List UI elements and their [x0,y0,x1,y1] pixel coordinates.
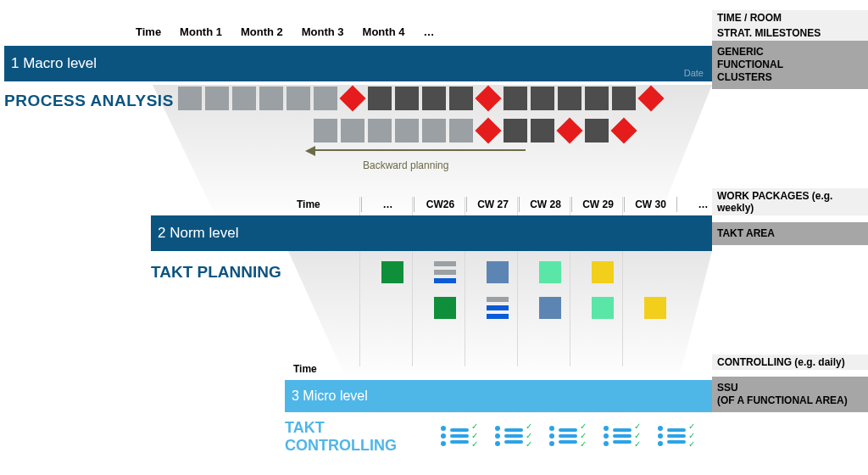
macro-time-cell: Month 4 [363,25,405,38]
macro-level-bar: 1 Macro level Date [4,46,712,81]
takt-cell [592,261,614,283]
controlling-item: ✓✓✓ [604,422,641,450]
process-block [232,87,256,110]
process-block [314,119,337,142]
backward-arrow [314,149,526,151]
takt-empty [381,297,403,319]
process-block [449,119,473,142]
check-icon: ✓✓✓ [471,422,478,450]
macro-date-label: Date [684,68,704,78]
norm-level-bar: 2 Norm level [151,215,712,251]
macro-time-header: TimeMonth 1Month 2Month 3Month 4… [136,25,434,38]
macro-time-cell: Time [136,25,161,38]
norm-time-header: Time…CW26CW 27CW 28CW 29CW 30… [293,197,729,212]
norm-level-title: 2 Norm level [158,225,238,242]
process-block [422,119,446,142]
check-icon: ✓✓✓ [526,422,532,450]
process-block [422,87,446,110]
sidebar-group-1: TIME / ROOM STRAT. MILESTONES GENERICFUN… [712,10,868,89]
process-block [178,87,202,110]
takt-controlling-row: ✓✓✓✓✓✓✓✓✓✓✓✓✓✓✓ [441,422,695,450]
takt-cell [592,297,614,319]
milestone-diamond-icon [476,87,500,110]
sidebar-block-takt-area: TAKT AREA [712,222,868,245]
process-analysis-label: PROCESS ANALYSIS [4,92,174,110]
controlling-item: ✓✓✓ [495,422,532,450]
process-block [585,119,609,142]
sidebar-block-clusters: GENERICFUNCTIONALCLUSTERS [712,41,868,89]
check-icon: ✓✓✓ [580,422,587,450]
process-block [531,119,554,142]
process-block [612,87,636,110]
process-block [395,87,419,110]
process-block [368,87,392,110]
norm-time-cell: CW 30 [624,197,676,212]
process-block [585,87,609,110]
norm-time-cell: Time [293,197,361,212]
process-block [504,87,527,110]
sidebar-group-3: CONTROLLING (e.g. daily) SSU(OF A FUNCTI… [712,355,868,412]
takt-cell [644,297,666,319]
process-block [531,87,554,110]
norm-time-cell: CW 28 [519,197,571,212]
sidebar-block-ssu: SSU(OF A FUNCTIONAL AREA) [712,377,868,412]
norm-time-cell: … [361,197,414,212]
controlling-item: ✓✓✓ [658,422,695,450]
norm-time-cell: CW 27 [466,197,519,212]
macro-time-cell: … [423,25,434,38]
process-block [368,119,392,142]
takt-cell [487,261,509,283]
milestone-diamond-icon [558,119,581,142]
takt-planning-label: TAKT PLANNING [151,263,281,282]
takt-bars-cell [434,261,456,283]
sidebar-head-controlling: CONTROLLING (e.g. daily) [712,355,868,370]
takt-row-1 [381,261,614,283]
process-row-a [178,87,663,110]
process-block [395,119,419,142]
macro-level-title: 1 Macro level [11,55,97,72]
process-block [449,87,473,110]
sidebar-head-workpkg: WORK PACKAGES (e.g. weekly) [712,188,868,215]
norm-time-cell: CW26 [414,197,466,212]
process-block [504,119,527,142]
process-block [558,87,581,110]
micro-time-label: Time [293,363,317,375]
process-block [314,87,337,110]
milestone-diamond-icon [639,87,663,110]
micro-level-title: 3 Micro level [292,388,368,404]
backward-label: Backward planning [363,159,448,171]
takt-cell [381,261,403,283]
process-block [205,87,229,110]
controlling-item: ✓✓✓ [549,422,587,450]
micro-level-bar: 3 Micro level [285,380,712,412]
takt-cell [539,297,561,319]
controlling-item: ✓✓✓ [441,422,478,450]
macro-time-cell: Month 3 [302,25,344,38]
process-block [341,119,364,142]
process-block [287,87,310,110]
process-row-b [314,119,636,142]
takt-cell [539,261,561,283]
takt-row-2 [381,297,666,319]
milestone-diamond-icon [612,119,636,142]
sidebar-head-time-room: TIME / ROOM [712,10,868,25]
sidebar-head-milestones: STRAT. MILESTONES [712,25,868,41]
takt-controlling-label: TAKTCONTROLLING [285,419,397,454]
check-icon: ✓✓✓ [634,422,641,450]
takt-bars-cell [487,297,509,319]
sidebar-group-2: WORK PACKAGES (e.g. weekly) TAKT AREA [712,188,868,245]
macro-time-cell: Month 2 [241,25,283,38]
macro-time-cell: Month 1 [180,25,222,38]
milestone-diamond-icon [476,119,500,142]
takt-cell [434,297,456,319]
process-block [259,87,283,110]
check-icon: ✓✓✓ [688,422,695,450]
milestone-diamond-icon [341,87,364,110]
norm-time-cell: CW 29 [571,197,624,212]
